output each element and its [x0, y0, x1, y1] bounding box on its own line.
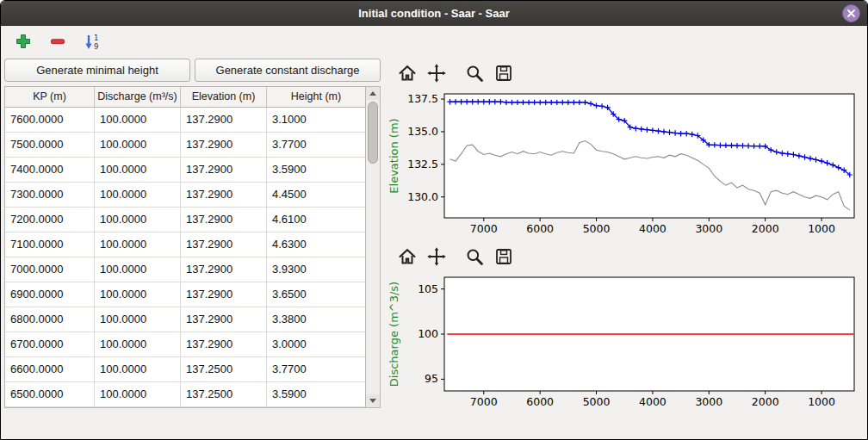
table-cell[interactable]: 100.0000	[95, 232, 181, 257]
discharge-save-button[interactable]	[491, 245, 517, 269]
table-cell[interactable]: 6600.0000	[5, 357, 95, 382]
plus-icon	[14, 32, 33, 51]
table-cell[interactable]: 137.2900	[181, 133, 267, 158]
add-row-button[interactable]	[13, 31, 34, 52]
table-cell[interactable]: 137.2900	[181, 183, 267, 208]
x-tick-label: 5000	[583, 222, 611, 235]
table-cell[interactable]: 100.0000	[95, 257, 181, 282]
magnifier-icon	[464, 63, 485, 84]
table-cell[interactable]: 137.2900	[181, 158, 267, 183]
discharge-pan-button[interactable]	[424, 245, 450, 269]
table-cell[interactable]: 137.2900	[181, 332, 267, 357]
generate-minimal-height-button[interactable]: Generate minimal height	[4, 59, 190, 82]
sort-rows-button[interactable]: 1 9	[82, 31, 102, 52]
scroll-down-button[interactable]	[366, 394, 380, 407]
close-button[interactable]	[842, 4, 860, 22]
column-header-3[interactable]: Height (m)	[267, 87, 365, 108]
column-header-0[interactable]: KP (m)	[5, 87, 95, 108]
elevation-save-button[interactable]	[491, 61, 517, 85]
table-row: 6700.0000100.0000137.29003.0000	[5, 332, 365, 357]
table-cell[interactable]: 3.3800	[267, 307, 365, 332]
column-header-1[interactable]: Discharge (m³/s)	[95, 87, 181, 108]
table-cell[interactable]: 7300.0000	[5, 183, 95, 208]
table-cell[interactable]: 3.5900	[267, 382, 365, 407]
table-cell[interactable]: 4.4500	[267, 183, 365, 208]
table-cell[interactable]: 137.2500	[181, 382, 267, 407]
table-cell[interactable]: 3.6500	[267, 282, 365, 307]
table-cell[interactable]: 6900.0000	[5, 282, 95, 307]
table-cell[interactable]: 137.2900	[181, 257, 267, 282]
table-cell[interactable]: 6700.0000	[5, 332, 95, 357]
plot-area[interactable]	[444, 94, 854, 218]
table-cell[interactable]: 100.0000	[95, 307, 181, 332]
table-cell[interactable]: 100.0000	[95, 282, 181, 307]
scroll-up-button[interactable]	[366, 87, 380, 100]
table-cell[interactable]: 7200.0000	[5, 208, 95, 232]
vertical-scrollbar[interactable]	[366, 86, 381, 408]
table-cell[interactable]: 137.2900	[181, 307, 267, 332]
scrollbar-track[interactable]	[366, 101, 380, 394]
table-cell[interactable]: 6800.0000	[5, 307, 95, 332]
table-cell[interactable]: 137.2900	[181, 232, 267, 257]
table-cell[interactable]: 3.7700	[267, 357, 365, 382]
table-cell[interactable]: 100.0000	[95, 108, 181, 133]
table-cell[interactable]: 100.0000	[95, 158, 181, 183]
table-cell[interactable]: 100.0000	[95, 133, 181, 158]
table-row: 7500.0000100.0000137.29003.7700	[5, 133, 365, 158]
generate-constant-discharge-button[interactable]: Generate constant discharge	[195, 59, 381, 82]
table-cell[interactable]: 100.0000	[95, 332, 181, 357]
table-cell[interactable]: 7100.0000	[5, 232, 95, 257]
table-cell[interactable]: 3.0000	[267, 332, 365, 357]
y-tick-label: 137.5	[407, 92, 438, 105]
table-cell[interactable]: 137.2900	[181, 208, 267, 232]
table-cell[interactable]: 7600.0000	[5, 108, 95, 133]
table-cell[interactable]: 7000.0000	[5, 257, 95, 282]
table-cell[interactable]: 100.0000	[95, 183, 181, 208]
table-cell[interactable]: 4.6100	[267, 208, 365, 232]
scrollbar-thumb[interactable]	[368, 102, 378, 164]
table-cell[interactable]: 7400.0000	[5, 158, 95, 183]
table-cell[interactable]: 137.2900	[181, 282, 267, 307]
table-cell[interactable]: 100.0000	[95, 208, 181, 232]
table-cell[interactable]: 6500.0000	[5, 382, 95, 407]
table-cell[interactable]: 3.5900	[267, 158, 365, 183]
x-tick-label: 3000	[695, 222, 722, 235]
discharge-zoom-button[interactable]	[462, 245, 487, 269]
x-tick-label: 1000	[808, 222, 835, 235]
left-panel: Generate minimal height Generate constan…	[4, 59, 381, 438]
discharge-chart[interactable]: 700060005000400030002000100095100105Disc…	[386, 270, 861, 415]
table-cell[interactable]: 3.7700	[267, 133, 365, 158]
discharge-home-button[interactable]	[394, 245, 420, 269]
table-cell[interactable]: 4.6300	[267, 232, 365, 257]
table-cell[interactable]: 100.0000	[95, 357, 181, 382]
y-tick-label: 130.0	[407, 190, 438, 203]
y-tick-label: 95	[425, 372, 438, 385]
table-cell[interactable]: 7500.0000	[5, 133, 95, 158]
table-cell[interactable]: 137.2500	[181, 357, 267, 382]
y-tick-label: 132.5	[407, 158, 438, 170]
x-tick-label: 1000	[808, 395, 835, 408]
table-area: KP (m)Discharge (m³/s)Elevation (m)Heigh…	[4, 86, 381, 408]
pan-move-icon	[426, 63, 447, 84]
x-tick-label: 6000	[526, 395, 554, 408]
elevation-zoom-button[interactable]	[462, 61, 487, 85]
delete-row-button[interactable]	[47, 31, 68, 52]
elevation-pan-button[interactable]	[424, 61, 450, 85]
arrow-up-icon	[369, 91, 376, 96]
table-cell[interactable]: 137.2900	[181, 108, 267, 133]
x-tick-label: 7000	[470, 222, 498, 235]
table-header-row: KP (m)Discharge (m³/s)Elevation (m)Heigh…	[5, 87, 365, 108]
elevation-chart[interactable]: 7000600050004000300020001000130.0132.513…	[386, 87, 861, 242]
table-cell[interactable]: 100.0000	[95, 382, 181, 407]
table-row: 7300.0000100.0000137.29004.4500	[5, 183, 365, 208]
column-header-2[interactable]: Elevation (m)	[181, 87, 267, 108]
magnifier-icon	[464, 246, 485, 267]
table-cell[interactable]: 3.1000	[267, 108, 365, 133]
generator-buttons: Generate minimal height Generate constan…	[4, 59, 381, 82]
home-icon	[397, 63, 418, 84]
table-row: 7200.0000100.0000137.29004.6100	[5, 208, 365, 232]
table-body: 7600.0000100.0000137.29003.10007500.0000…	[5, 108, 365, 407]
table-cell[interactable]: 3.9300	[267, 257, 365, 282]
svg-text:1: 1	[94, 34, 98, 42]
elevation-home-button[interactable]	[394, 61, 420, 85]
